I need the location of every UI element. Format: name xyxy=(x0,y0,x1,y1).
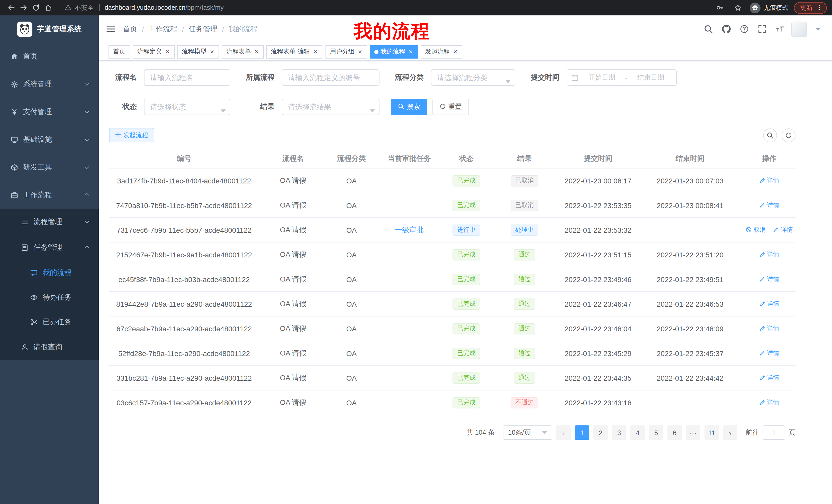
search-button[interactable]: 搜索 xyxy=(391,99,427,115)
reset-button[interactable]: 重置 xyxy=(433,99,469,115)
pager-prev-button[interactable]: ‹ xyxy=(556,425,571,440)
detail-button[interactable]: 详情 xyxy=(759,300,779,308)
start-date-placeholder[interactable]: 开始日期 xyxy=(580,73,623,82)
sidebar-menu: 首页 系统管理 支付管理 基础设施 研发工具 工作流程 流程管理 任务管理 xyxy=(0,43,99,360)
sidebar-item-system[interactable]: 系统管理 xyxy=(0,71,99,98)
tab-用户分组[interactable]: 用户分组 × xyxy=(325,45,367,58)
browser-back-icon[interactable] xyxy=(5,2,18,14)
breadcrumb-item[interactable]: 工作流程 xyxy=(149,24,177,34)
detail-button[interactable]: 详情 xyxy=(759,201,779,209)
sidebar-item-pay[interactable]: 支付管理 xyxy=(0,98,99,126)
page-size-select[interactable]: 10条/页 xyxy=(503,425,552,440)
navbar: 首页/工作流程/任务管理/我的流程 xyxy=(99,16,832,43)
tab-close-icon[interactable]: × xyxy=(165,48,170,55)
sidebar-item-tool[interactable]: 研发工具 xyxy=(0,153,99,181)
hamburger-icon[interactable] xyxy=(99,16,123,43)
detail-button[interactable]: 详情 xyxy=(759,275,779,284)
table-row: 67c2eaab-7b9a-11ec-a290-acde48001122 OA … xyxy=(109,316,796,341)
browser-home-icon[interactable] xyxy=(42,2,54,14)
breadcrumb-item[interactable]: 任务管理 xyxy=(189,24,217,34)
goto-page-input[interactable] xyxy=(762,425,785,440)
refresh-table-button[interactable] xyxy=(782,128,796,142)
caret-down-icon[interactable] xyxy=(811,22,825,36)
status-select[interactable] xyxy=(144,99,230,115)
category-select[interactable] xyxy=(431,69,515,86)
sidebar-item-task-manage[interactable]: 任务管理 xyxy=(0,235,99,260)
pager-page-3[interactable]: 3 xyxy=(612,425,626,440)
row-name: OA 请假 xyxy=(259,398,327,407)
search-icon[interactable] xyxy=(701,22,715,36)
help-icon[interactable] xyxy=(737,22,751,36)
home-icon xyxy=(10,52,19,61)
tab-close-icon[interactable]: × xyxy=(358,48,363,55)
sidebar-item-done-task[interactable]: 已办任务 xyxy=(0,310,99,334)
avatar[interactable] xyxy=(791,21,807,37)
browser-forward-icon[interactable] xyxy=(18,2,30,14)
bookmark-star-icon[interactable] xyxy=(732,2,744,14)
github-icon[interactable] xyxy=(719,22,733,36)
address-bar[interactable]: 不安全 dashboard.yudao.iocoder.cn/bpm/task/… xyxy=(65,3,224,12)
pager-page-4[interactable]: 4 xyxy=(630,425,645,440)
tab-我的流程[interactable]: 我的流程 × xyxy=(370,45,418,58)
tab-close-icon[interactable]: × xyxy=(254,48,259,55)
tab-close-icon[interactable]: × xyxy=(210,48,214,55)
cancel-button[interactable]: 取消 xyxy=(746,226,766,234)
detail-button[interactable]: 详情 xyxy=(773,226,793,234)
pager-page-5[interactable]: 5 xyxy=(649,425,663,440)
process-def-input[interactable] xyxy=(282,69,380,86)
sidebar-item-label: 待办任务 xyxy=(43,293,99,302)
sidebar-item-process-manage[interactable]: 流程管理 xyxy=(0,209,99,235)
update-button[interactable]: 更新 xyxy=(794,2,827,13)
submit-time-range-picker[interactable]: 开始日期 - 结束日期 xyxy=(567,69,677,86)
pager-page-1[interactable]: 1 xyxy=(575,425,589,440)
fullscreen-icon[interactable] xyxy=(755,22,769,36)
pager-page-6[interactable]: 6 xyxy=(668,425,682,440)
result-select[interactable] xyxy=(282,99,380,115)
sidebar-item-my-process[interactable]: 我的流程 xyxy=(0,260,99,285)
column-header: 结束时间 xyxy=(637,154,743,163)
pager-more[interactable]: ··· xyxy=(686,425,700,440)
create-process-button[interactable]: 发起流程 xyxy=(109,128,154,142)
browser-menu-icon[interactable] xyxy=(815,4,823,12)
detail-button[interactable]: 详情 xyxy=(759,398,779,407)
tab-首页[interactable]: 首页 xyxy=(108,45,130,58)
tab-流程表单[interactable]: 流程表单 × xyxy=(222,45,263,58)
submenu-arrow-icon xyxy=(85,165,89,169)
tab-close-icon[interactable]: × xyxy=(313,48,318,55)
font-size-icon[interactable] xyxy=(773,22,787,36)
tab-发起流程[interactable]: 发起流程 × xyxy=(420,45,462,58)
sidebar-item-infra[interactable]: 基础设施 xyxy=(0,126,99,153)
sidebar-item-home[interactable]: 首页 xyxy=(0,43,99,71)
tab-close-icon[interactable]: × xyxy=(408,48,413,55)
tab-流程定义[interactable]: 流程定义 × xyxy=(133,45,175,58)
detail-button[interactable]: 详情 xyxy=(759,176,779,185)
pagination: 共 104 条 10条/页 ‹ 123456···11 › 前往 页 xyxy=(109,425,796,440)
end-date-placeholder[interactable]: 结束日期 xyxy=(629,73,672,82)
pager-next-button[interactable]: › xyxy=(723,425,737,440)
row-submit-time: 2022-01-22 23:49:46 xyxy=(559,275,637,283)
tab-close-icon[interactable]: × xyxy=(453,48,458,55)
browser-reload-icon[interactable] xyxy=(30,2,42,14)
hide-search-button[interactable] xyxy=(763,128,777,142)
tab-流程模型[interactable]: 流程模型 × xyxy=(177,45,219,58)
sidebar-item-bpm[interactable]: 工作流程 xyxy=(0,181,99,209)
pager-page-2[interactable]: 2 xyxy=(593,425,608,440)
breadcrumb-item[interactable]: 首页 xyxy=(123,24,137,34)
detail-button[interactable]: 详情 xyxy=(759,373,779,382)
password-key-icon[interactable] xyxy=(714,2,726,14)
sidebar-item-todo-task[interactable]: 待办任务 xyxy=(0,285,99,310)
current-task-link[interactable]: 一级审批 xyxy=(395,225,424,233)
status-tag: 进行中 xyxy=(452,224,480,235)
omnibox-divider xyxy=(99,4,100,11)
detail-button[interactable]: 详情 xyxy=(759,349,779,358)
pager-page-11[interactable]: 11 xyxy=(704,425,719,440)
detail-button[interactable]: 详情 xyxy=(759,324,779,333)
sidebar-item-label: 基础设施 xyxy=(23,135,85,144)
tab-流程表单-编辑[interactable]: 流程表单-编辑 × xyxy=(266,45,323,58)
process-name-input[interactable] xyxy=(144,69,230,86)
edit-icon xyxy=(759,251,765,258)
sidebar-item-leave-query[interactable]: 请假查询 xyxy=(0,334,99,360)
filter-row-2: 状态 结果 xyxy=(109,99,822,115)
detail-button[interactable]: 详情 xyxy=(759,250,779,259)
app-logo-row[interactable]: 芋道管理系统 xyxy=(0,16,99,43)
